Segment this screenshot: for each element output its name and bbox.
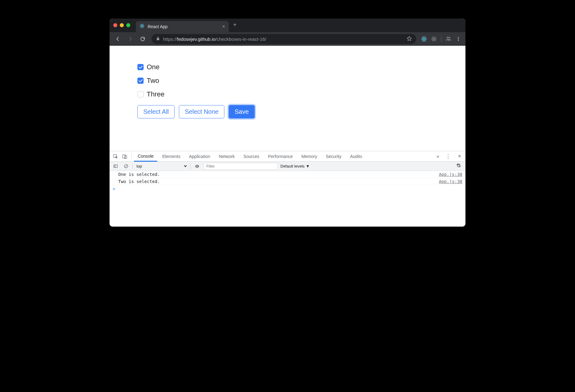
devtools-tab-audits[interactable]: Audits	[346, 151, 366, 161]
console-settings-icon[interactable]	[456, 163, 464, 169]
checkbox-label: Three	[147, 90, 164, 98]
live-expression-icon[interactable]	[193, 162, 201, 170]
checkbox-three[interactable]	[137, 91, 144, 97]
console-log-row: Two is selected. App.js:38	[110, 178, 465, 185]
inspect-element-icon[interactable]	[111, 152, 119, 160]
svg-point-12	[449, 37, 450, 38]
devtools-tab-network[interactable]: Network	[215, 151, 238, 161]
window-close-button[interactable]	[113, 23, 117, 27]
traffic-lights	[113, 23, 130, 27]
devtools-tabs: Console Elements Application Network Sou…	[110, 151, 465, 162]
log-message: One is selected.	[118, 172, 160, 177]
svg-rect-17	[123, 155, 125, 158]
devtools-menu-icon[interactable]: ⋮	[443, 153, 453, 160]
devtools-separator	[131, 154, 132, 159]
log-levels-select[interactable]: Default levels ▼	[280, 164, 310, 168]
window-maximize-button[interactable]	[126, 23, 130, 27]
devtools-more-tabs-icon[interactable]: »	[435, 154, 441, 159]
browser-menu-icon[interactable]	[454, 35, 462, 43]
log-source-link[interactable]: App.js:38	[439, 172, 462, 177]
page-content: One Two Three Select All Select None Sav…	[110, 46, 465, 151]
address-bar[interactable]: https://fedosejev.github.io/checkboxes-i…	[152, 34, 416, 44]
checkbox-row-three: Three	[137, 90, 453, 98]
svg-point-10	[434, 39, 434, 39]
clear-console-icon[interactable]	[122, 162, 130, 170]
checkbox-two[interactable]	[137, 78, 144, 84]
device-toolbar-icon[interactable]	[121, 152, 129, 160]
devtools-close-icon[interactable]: ×	[455, 153, 464, 160]
bookmark-star-icon[interactable]	[407, 36, 412, 42]
console-toolbar: top Default levels ▼	[110, 162, 465, 171]
devtools-tab-memory[interactable]: Memory	[298, 151, 321, 161]
svg-point-0	[142, 26, 143, 27]
titlebar: React App × +	[110, 19, 465, 32]
svg-rect-19	[114, 165, 117, 168]
devtools-tab-application[interactable]: Application	[185, 151, 214, 161]
checkbox-one[interactable]	[137, 64, 144, 70]
toolbar-separator	[441, 36, 441, 42]
extension-icon[interactable]	[430, 35, 438, 43]
new-tab-button[interactable]: +	[233, 21, 237, 28]
svg-point-21	[197, 166, 198, 167]
select-all-button[interactable]: Select All	[137, 105, 175, 118]
forward-button[interactable]	[125, 34, 136, 44]
lock-icon	[156, 36, 160, 42]
tab-title: React App	[148, 24, 219, 29]
console-sidebar-toggle-icon[interactable]	[111, 162, 119, 170]
svg-point-14	[458, 39, 459, 40]
toolbar: https://fedosejev.github.io/checkboxes-i…	[110, 32, 465, 46]
button-row: Select All Select None Save	[137, 105, 453, 118]
consolebar-separator	[190, 164, 191, 169]
select-none-button[interactable]: Select None	[179, 105, 224, 118]
consolebar-separator	[132, 164, 133, 169]
svg-point-4	[423, 38, 425, 40]
devtools-tab-console[interactable]: Console	[134, 151, 157, 162]
checkbox-label: Two	[147, 77, 159, 85]
checkbox-row-one: One	[137, 63, 453, 71]
react-devtools-extension-icon[interactable]	[420, 35, 428, 43]
profile-icon[interactable]	[444, 35, 452, 43]
devtools-tab-elements[interactable]: Elements	[158, 151, 184, 161]
console-log-row: One is selected. App.js:38	[110, 171, 465, 178]
url-text: https://fedosejev.github.io/checkboxes-i…	[163, 36, 266, 42]
tab-close-icon[interactable]: ×	[222, 24, 225, 29]
save-button[interactable]: Save	[229, 105, 255, 118]
log-message: Two is selected.	[118, 179, 160, 184]
reload-button[interactable]	[137, 34, 148, 44]
devtools-tab-sources[interactable]: Sources	[240, 151, 263, 161]
execution-context-select[interactable]: top	[135, 164, 188, 169]
chevron-down-icon: ▼	[306, 164, 310, 168]
browser-tab[interactable]: React App ×	[136, 21, 229, 32]
console-log: One is selected. App.js:38 Two is select…	[110, 171, 465, 227]
console-prompt[interactable]: >	[110, 185, 465, 193]
console-blank-area	[110, 193, 465, 227]
console-filter-input[interactable]	[204, 163, 278, 170]
window-minimize-button[interactable]	[120, 23, 124, 27]
log-source-link[interactable]: App.js:38	[439, 179, 462, 184]
devtools-panel: Console Elements Application Network Sou…	[110, 151, 465, 227]
svg-point-13	[458, 37, 459, 38]
back-button[interactable]	[113, 34, 123, 44]
react-icon	[140, 23, 145, 30]
checkbox-row-two: Two	[137, 77, 453, 85]
svg-point-11	[447, 37, 448, 38]
devtools-tab-performance[interactable]: Performance	[264, 151, 296, 161]
browser-window: React App × + https://fedosejev.github.i…	[110, 19, 465, 227]
checkbox-label: One	[147, 63, 160, 71]
svg-point-15	[458, 40, 459, 41]
devtools-tab-security[interactable]: Security	[322, 151, 345, 161]
